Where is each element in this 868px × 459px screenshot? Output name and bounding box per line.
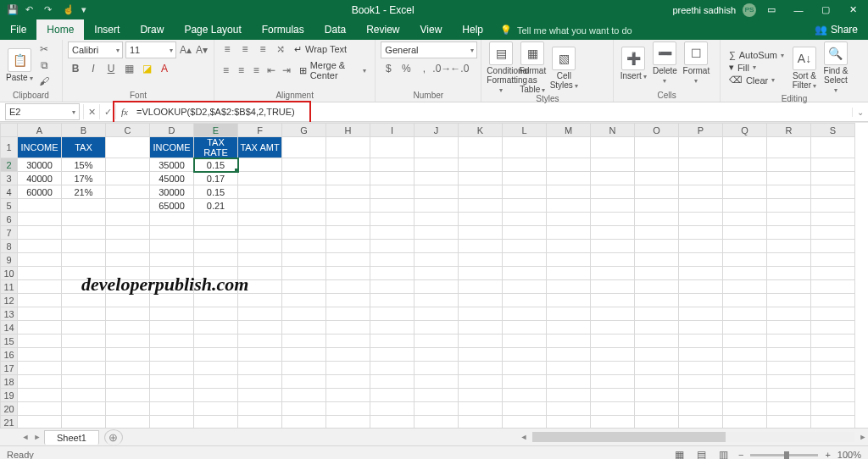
cell-G11[interactable] bbox=[282, 280, 326, 294]
cell-N13[interactable] bbox=[591, 307, 635, 321]
save-icon[interactable]: 💾 bbox=[7, 4, 19, 16]
cell-C14[interactable] bbox=[106, 321, 150, 335]
cell-M6[interactable] bbox=[547, 213, 591, 226]
tab-draw[interactable]: Draw bbox=[130, 19, 174, 40]
grow-font-icon[interactable]: A▴ bbox=[179, 42, 192, 58]
cell-N8[interactable] bbox=[591, 240, 635, 253]
cell-P3[interactable] bbox=[679, 172, 723, 185]
cell-Q1[interactable] bbox=[723, 137, 767, 158]
cut-icon[interactable]: ✂ bbox=[36, 41, 52, 57]
cell-R8[interactable] bbox=[767, 240, 811, 253]
cell-P20[interactable] bbox=[679, 402, 723, 416]
maximize-icon[interactable]: ▢ bbox=[814, 2, 837, 19]
indent-right-icon[interactable]: ⇥ bbox=[281, 63, 293, 78]
cell-B5[interactable] bbox=[62, 199, 106, 213]
cell-O9[interactable] bbox=[635, 253, 679, 267]
cell-P12[interactable] bbox=[679, 294, 723, 307]
cell-K5[interactable] bbox=[459, 199, 503, 213]
cell-A20[interactable] bbox=[18, 402, 62, 416]
cell-H20[interactable] bbox=[326, 402, 370, 416]
cell-S14[interactable] bbox=[811, 321, 855, 335]
cell-Q21[interactable] bbox=[723, 416, 767, 429]
cell-L9[interactable] bbox=[503, 253, 547, 267]
cell-J16[interactable] bbox=[415, 348, 459, 362]
spreadsheet-grid[interactable]: ABCDEFGHIJKLMNOPQRS1INCOMETAXINCOMETAX R… bbox=[0, 122, 868, 428]
cell-K18[interactable] bbox=[459, 375, 503, 389]
tab-review[interactable]: Review bbox=[356, 19, 409, 40]
row-header-2[interactable]: 2 bbox=[1, 158, 18, 172]
cell-F13[interactable] bbox=[238, 307, 282, 321]
cell-J14[interactable] bbox=[415, 321, 459, 335]
cell-H9[interactable] bbox=[326, 253, 370, 267]
col-header-D[interactable]: D bbox=[150, 124, 194, 137]
cell-A11[interactable] bbox=[18, 280, 62, 294]
cell-M13[interactable] bbox=[547, 307, 591, 321]
cell-A18[interactable] bbox=[18, 375, 62, 389]
sheet-next-icon[interactable]: ► bbox=[32, 432, 42, 442]
row-header-10[interactable]: 10 bbox=[1, 267, 18, 280]
cell-R21[interactable] bbox=[767, 416, 811, 429]
cell-H17[interactable] bbox=[326, 362, 370, 375]
cell-M20[interactable] bbox=[547, 402, 591, 416]
tab-help[interactable]: Help bbox=[452, 19, 493, 40]
cell-R19[interactable] bbox=[767, 389, 811, 402]
row-header-1[interactable]: 1 bbox=[1, 137, 18, 158]
cell-M8[interactable] bbox=[547, 240, 591, 253]
cell-K11[interactable] bbox=[459, 280, 503, 294]
tell-me[interactable]: 💡Tell me what you want to do bbox=[493, 20, 639, 40]
cell-G21[interactable] bbox=[282, 416, 326, 429]
cell-K10[interactable] bbox=[459, 267, 503, 280]
fill-button[interactable]: ▾Fill bbox=[726, 61, 787, 74]
cell-J19[interactable] bbox=[415, 389, 459, 402]
cell-Q9[interactable] bbox=[723, 253, 767, 267]
cell-D3[interactable]: 45000 bbox=[150, 172, 194, 185]
cell-Q15[interactable] bbox=[723, 335, 767, 348]
cell-Q12[interactable] bbox=[723, 294, 767, 307]
align-left-icon[interactable]: ≡ bbox=[220, 63, 232, 78]
hscroll-right-icon[interactable]: ► bbox=[858, 432, 868, 442]
cell-K12[interactable] bbox=[459, 294, 503, 307]
cell-K15[interactable] bbox=[459, 335, 503, 348]
cell-B7[interactable] bbox=[62, 226, 106, 240]
cell-F14[interactable] bbox=[238, 321, 282, 335]
cell-E3[interactable]: 0.17 bbox=[194, 172, 238, 185]
cell-R20[interactable] bbox=[767, 402, 811, 416]
cell-M16[interactable] bbox=[547, 348, 591, 362]
align-bottom-icon[interactable]: ≡ bbox=[255, 41, 270, 57]
cell-G2[interactable] bbox=[282, 158, 326, 172]
paste-button[interactable]: 📋 Paste bbox=[5, 48, 34, 82]
cell-F16[interactable] bbox=[238, 348, 282, 362]
cell-N20[interactable] bbox=[591, 402, 635, 416]
cell-H11[interactable] bbox=[326, 280, 370, 294]
cell-B2[interactable]: 15% bbox=[62, 158, 106, 172]
tab-page-layout[interactable]: Page Layout bbox=[174, 19, 251, 40]
cell-B6[interactable] bbox=[62, 213, 106, 226]
number-format-select[interactable]: General bbox=[381, 41, 477, 58]
page-layout-icon[interactable]: ▤ bbox=[694, 447, 709, 459]
cell-M17[interactable] bbox=[547, 362, 591, 375]
cell-O8[interactable] bbox=[635, 240, 679, 253]
cell-K3[interactable] bbox=[459, 172, 503, 185]
cell-I13[interactable] bbox=[370, 307, 415, 321]
cell-M14[interactable] bbox=[547, 321, 591, 335]
cell-N18[interactable] bbox=[591, 375, 635, 389]
cell-D13[interactable] bbox=[150, 307, 194, 321]
cell-A7[interactable] bbox=[18, 226, 62, 240]
minimize-icon[interactable]: — bbox=[787, 2, 810, 19]
cell-K2[interactable] bbox=[459, 158, 503, 172]
cell-O12[interactable] bbox=[635, 294, 679, 307]
align-middle-icon[interactable]: ≡ bbox=[237, 41, 253, 57]
cell-M1[interactable] bbox=[547, 137, 591, 158]
cell-M21[interactable] bbox=[547, 416, 591, 429]
italic-icon[interactable]: I bbox=[86, 61, 101, 76]
cell-S5[interactable] bbox=[811, 199, 855, 213]
cell-S9[interactable] bbox=[811, 253, 855, 267]
cell-R3[interactable] bbox=[767, 172, 811, 185]
cell-B3[interactable]: 17% bbox=[62, 172, 106, 185]
col-header-O[interactable]: O bbox=[635, 124, 679, 137]
cell-D6[interactable] bbox=[150, 213, 194, 226]
row-header-7[interactable]: 7 bbox=[1, 226, 18, 240]
cell-B14[interactable] bbox=[62, 321, 106, 335]
cell-F2[interactable] bbox=[238, 158, 282, 172]
cell-M11[interactable] bbox=[547, 280, 591, 294]
